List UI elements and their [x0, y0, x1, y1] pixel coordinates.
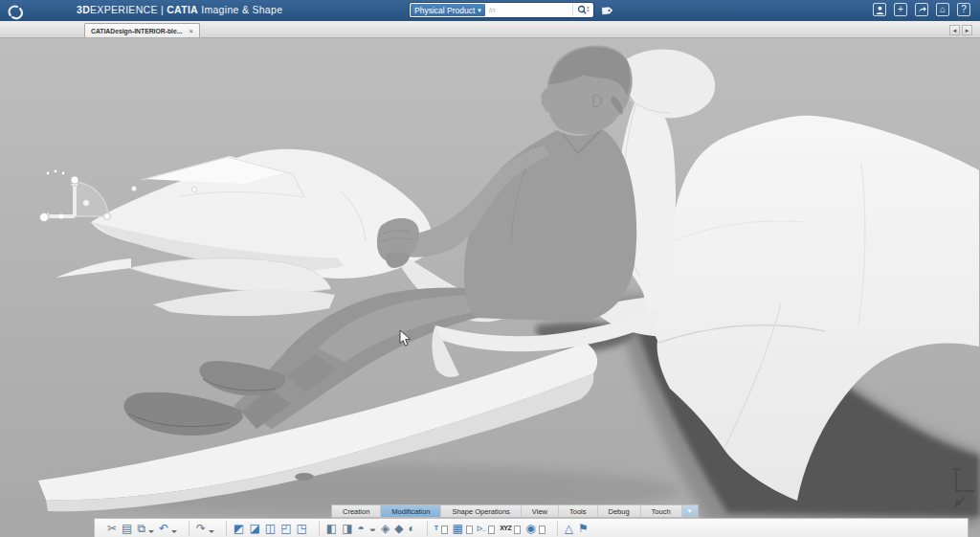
snap-toggle-button[interactable]: ◉: [525, 521, 545, 536]
extrude-face-button[interactable]: ◨: [342, 521, 352, 536]
document-tab-active[interactable]: CATIADesign-INTERIOR-ble... ×: [84, 23, 200, 37]
magnifier-icon: [577, 5, 590, 15]
tab-scroll-left-button[interactable]: ◂: [949, 25, 960, 35]
app-title: 3DEXPERIENCE | CATIA Imagine & Shape: [77, 4, 282, 15]
rotate-face-button[interactable]: ◫: [265, 521, 276, 536]
search-bar[interactable]: Physical Product ▾: [410, 3, 593, 17]
add-button[interactable]: +: [894, 3, 907, 16]
undo-button[interactable]: ↶: [159, 521, 177, 536]
top-app-bar: 3DEXPERIENCE | CATIA Imagine & Shape Phy…: [0, 0, 980, 21]
cut-mesh-button[interactable]: ◓: [358, 521, 365, 536]
chevron-down-icon: ▾: [688, 507, 692, 515]
flag-annotation-button[interactable]: ⚑: [578, 521, 589, 536]
toolbar-group-2: ↷: [189, 521, 227, 536]
weld-mesh-button[interactable]: ◒: [369, 521, 376, 536]
brand-3d: 3D: [77, 4, 90, 15]
mannequin-shoe-left: [124, 392, 243, 436]
brand-experience: EXPERIENCE: [90, 4, 158, 15]
top-right-actions: + ⌂ ?: [873, 3, 970, 16]
document-tab-bar: CATIADesign-INTERIOR-ble... × ◂ ▸: [0, 21, 980, 38]
control-point-dot[interactable]: [131, 186, 136, 190]
subdivide-button[interactable]: ◧: [326, 521, 337, 536]
offset-face-icon: ◳: [296, 522, 306, 535]
smoothing-toggle-button[interactable]: ▦: [453, 521, 473, 536]
search-scope-dropdown[interactable]: Physical Product ▾: [411, 4, 485, 16]
user-button[interactable]: [873, 3, 886, 16]
cone-display-button[interactable]: △: [565, 521, 573, 536]
help-button[interactable]: ?: [957, 3, 970, 16]
workbench-section-tabs: CreationModificationShape OperationsView…: [331, 504, 699, 518]
plus-icon: +: [898, 4, 903, 15]
section-tab-list: CreationModificationShape OperationsView…: [332, 505, 682, 517]
undo-dropdown-caret[interactable]: [171, 530, 177, 533]
section-tab-debug[interactable]: Debug: [598, 505, 641, 517]
3d-viewport[interactable]: [0, 38, 980, 537]
section-tab-view[interactable]: View: [522, 505, 559, 517]
cut-icon: ✂: [107, 522, 117, 535]
modify-surface-icon: ◩: [234, 522, 244, 535]
home-icon: ⌂: [940, 4, 946, 15]
xyz-coordinates-toggle-checkbox[interactable]: [514, 526, 521, 534]
section-tab-touch[interactable]: Touch: [641, 505, 682, 517]
extrude-face-icon: ◨: [342, 522, 352, 535]
paste-icon: ▤: [122, 522, 132, 535]
attraction-toggle-icon: T: [434, 522, 438, 535]
deviation-toggle-button[interactable]: ▷_: [478, 521, 495, 536]
robot-manipulator[interactable]: [40, 170, 111, 222]
close-icon[interactable]: ×: [189, 27, 192, 35]
control-point-dot[interactable]: [191, 187, 196, 191]
redo-dropdown-caret[interactable]: [209, 530, 214, 533]
xyz-coordinates-toggle-icon: XYZ: [500, 522, 511, 535]
translate-face-button[interactable]: ◪: [249, 521, 259, 536]
cut-button[interactable]: ✂: [107, 521, 117, 536]
smoothing-toggle-icon: ▦: [453, 522, 463, 535]
search-scope-label: Physical Product: [414, 6, 475, 15]
section-tab-modification[interactable]: Modification: [381, 505, 441, 517]
deviation-toggle-checkbox[interactable]: [488, 526, 495, 534]
cut-mesh-icon: ◓: [358, 522, 365, 535]
undo-icon: ↶: [159, 522, 168, 535]
share-button[interactable]: [915, 3, 928, 16]
section-tab-tools[interactable]: Tools: [559, 505, 598, 517]
chevron-down-icon: ▾: [478, 7, 481, 14]
snap-toggle-icon: ◉: [525, 522, 535, 535]
tag-icon[interactable]: [599, 4, 612, 17]
cone-display-icon: △: [565, 522, 573, 535]
attraction-toggle-button[interactable]: T: [434, 521, 448, 536]
deviation-toggle-icon: ▷_: [478, 522, 485, 535]
help-icon: ?: [961, 4, 967, 15]
catia-3dexperience-window: 3DEXPERIENCE | CATIA Imagine & Shape Phy…: [0, 0, 980, 537]
action-toolbar: ✂▤⧉↶↷◩◪◫◰◳◧◨◓◒◈◆◐T▦▷_XYZ◉△⚑: [94, 518, 969, 537]
paste-button[interactable]: ▤: [122, 521, 132, 536]
copy-icon: ⧉: [137, 522, 145, 535]
smoothing-toggle-checkbox[interactable]: [466, 526, 473, 534]
search-button[interactable]: [572, 4, 593, 16]
xyz-coordinates-toggle-button[interactable]: XYZ: [500, 521, 521, 536]
erase-face-button[interactable]: ◈: [381, 521, 390, 536]
toolbar-group-6: △⚑: [558, 521, 600, 536]
subdivide-icon: ◧: [326, 522, 337, 535]
copy-dropdown-caret[interactable]: [148, 530, 154, 533]
copy-button[interactable]: ⧉: [137, 521, 154, 536]
more-sections-button[interactable]: ▾: [682, 505, 698, 517]
scale-face-button[interactable]: ◰: [280, 521, 291, 536]
mannequin-torso: [464, 128, 636, 322]
erase-face-icon: ◈: [381, 522, 390, 535]
tab-scroll-right-button[interactable]: ▸: [962, 25, 972, 35]
toolbar-group-3: ◩◪◫◰◳: [227, 521, 320, 536]
brand-separator: |: [161, 4, 164, 15]
dassault-systemes-logo-icon: [5, 2, 28, 20]
attraction-toggle-checkbox[interactable]: [441, 526, 448, 534]
dimension-mesh-button[interactable]: ◆: [394, 521, 403, 536]
offset-face-button[interactable]: ◳: [296, 521, 306, 536]
section-tab-shape-operations[interactable]: Shape Operations: [441, 505, 521, 517]
redo-button[interactable]: ↷: [196, 521, 214, 536]
dimension-mesh-icon: ◆: [394, 522, 403, 535]
toolbar-group-1: ✂▤⧉↶: [100, 521, 189, 536]
modify-surface-button[interactable]: ◩: [234, 521, 244, 536]
snap-toggle-checkbox[interactable]: [539, 526, 546, 534]
section-tab-creation[interactable]: Creation: [332, 505, 381, 517]
search-input[interactable]: [486, 6, 572, 14]
home-button[interactable]: ⌂: [936, 3, 949, 16]
align-mesh-button[interactable]: ◐: [408, 521, 414, 536]
